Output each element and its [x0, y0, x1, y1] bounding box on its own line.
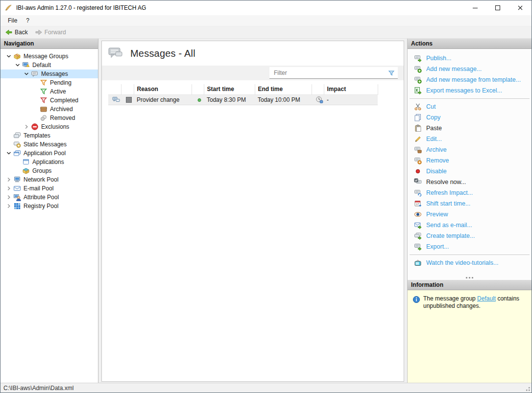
tree-item-e-mail-pool[interactable]: E-mail Pool [0, 184, 98, 193]
tree-item-application-pool[interactable]: Application Pool [0, 149, 98, 158]
action-edit[interactable]: Edit... [408, 134, 532, 144]
back-arrow-icon [5, 28, 13, 36]
chevron-collapsed-icon[interactable] [4, 185, 13, 192]
col-message-icon[interactable] [108, 84, 121, 94]
col-color[interactable] [121, 84, 134, 94]
tree-item-label: Static Messages [24, 141, 67, 148]
action-add-new-message-from-template[interactable]: Add new message from template... [408, 74, 532, 85]
back-button[interactable]: Back [1, 26, 31, 38]
tree-item-message-groups[interactable]: Message Groups [0, 52, 98, 61]
action-refresh-impact[interactable]: Refresh Impact... [408, 187, 532, 198]
chevron-spacer [13, 158, 22, 166]
maximize-button[interactable] [486, 0, 509, 15]
chevron-expanded-icon[interactable] [4, 52, 13, 60]
action-label: Publish... [426, 55, 451, 62]
action-watch-the-video-tutorials[interactable]: Watch the video-tutorials... [408, 257, 532, 268]
action-label: Edit... [426, 136, 442, 142]
col-reason[interactable]: Reason [134, 84, 192, 94]
chevron-expanded-icon[interactable] [13, 61, 22, 69]
action-preview[interactable]: Preview [408, 209, 532, 220]
tree-item-label: Templates [24, 132, 50, 139]
navigation-panel: Navigation Message GroupsDefaultMessages… [0, 39, 98, 383]
tree-item-completed[interactable]: Completed [0, 96, 98, 105]
action-create-template[interactable]: Create template... [408, 231, 532, 241]
registry-pool-icon [13, 202, 21, 210]
main-panel: Messages - All Reason [101, 41, 404, 382]
chevron-spacer [4, 140, 13, 148]
action-send-as-e-mail[interactable]: Send as e-mail... [408, 220, 532, 231]
tree-item-active[interactable]: Active [0, 87, 98, 96]
copy-icon [413, 114, 422, 122]
action-label: Archive [426, 146, 447, 153]
cell-reason: Provider change [134, 94, 192, 105]
col-impact[interactable]: Impact [324, 84, 378, 94]
tree-item-registry-pool[interactable]: Registry Pool [0, 202, 98, 210]
excel-icon [413, 87, 422, 95]
chevron-spacer [31, 114, 40, 122]
chevron-spacer [4, 132, 13, 139]
action-archive[interactable]: Archive [408, 144, 532, 155]
filter-input[interactable] [269, 69, 387, 76]
messages-table: Reason Start time End time Impact Provid… [108, 84, 378, 105]
tree-item-exclusions[interactable]: Exclusions [0, 122, 98, 131]
tree-item-archived[interactable]: Archived [0, 105, 98, 114]
col-status[interactable] [192, 84, 204, 94]
col-start-time[interactable]: Start time [204, 84, 255, 94]
forward-button[interactable]: Forward [31, 26, 70, 38]
disable-icon [413, 167, 422, 176]
menu-help[interactable]: ? [22, 15, 34, 26]
action-shift-start-time[interactable]: 17Shift start time... [408, 198, 532, 209]
minimize-button[interactable] [464, 0, 486, 15]
chevron-collapsed-icon[interactable] [4, 193, 13, 201]
tree-item-applications[interactable]: Applications [0, 158, 98, 166]
action-label: Preview [426, 211, 448, 218]
action-export-messages-to-excel[interactable]: Export messages to Excel... [408, 85, 532, 96]
close-button[interactable] [509, 0, 532, 15]
tree-item-messages[interactable]: Messages [0, 69, 98, 78]
action-paste[interactable]: Paste [408, 123, 532, 134]
col-impact-icon[interactable] [312, 84, 324, 94]
tree-item-default[interactable]: Default [0, 61, 98, 69]
tree-item-label: Message Groups [24, 53, 68, 60]
action-cut[interactable]: Cut [408, 101, 532, 112]
applications-icon [22, 158, 30, 166]
tree-item-label: Active [50, 88, 66, 95]
cell-end-time: Today 10:00 PM [255, 94, 312, 105]
default-group-link[interactable]: Default [477, 295, 496, 302]
tree-item-groups[interactable]: Groups [0, 166, 98, 175]
svg-text:17: 17 [416, 203, 419, 206]
tree-item-static-messages[interactable]: Static Messages [0, 140, 98, 149]
action-resolve-now[interactable]: Resolve now... [408, 177, 532, 187]
table-row[interactable]: Provider change Today 8:30 PM Today 10:0… [108, 94, 378, 105]
tree-item-pending[interactable]: Pending [0, 78, 98, 87]
action-label: Remove [426, 157, 449, 164]
action-disable[interactable]: Disable [408, 166, 532, 177]
tree-item-removed[interactable]: Removed [0, 114, 98, 122]
create-template-icon [413, 232, 422, 240]
cut-icon [413, 103, 422, 111]
action-add-new-message[interactable]: Add new message... [408, 64, 532, 74]
tree-item-templates[interactable]: Templates [0, 131, 98, 140]
tree-item-network-pool[interactable]: Network Pool [0, 175, 98, 184]
action-copy[interactable]: Copy [408, 112, 532, 123]
action-remove[interactable]: Remove [408, 155, 532, 166]
tree-item-label: Archived [50, 106, 73, 113]
removed-icon [40, 114, 48, 122]
resize-grip-icon[interactable] [523, 384, 531, 392]
chevron-collapsed-icon[interactable] [4, 202, 13, 210]
default-monitor-icon [22, 61, 30, 69]
chevron-collapsed-icon[interactable] [22, 123, 31, 131]
funnel-red-icon [40, 96, 48, 104]
actions-separator [410, 98, 530, 99]
col-end-time[interactable]: End time [255, 84, 312, 94]
action-export[interactable]: Export... [408, 241, 532, 252]
filter-funnel-icon[interactable] [387, 69, 396, 77]
chevron-collapsed-icon[interactable] [4, 176, 13, 184]
actions-splitter-grip[interactable] [408, 275, 532, 280]
chevron-expanded-icon[interactable] [4, 149, 13, 157]
forward-label: Forward [45, 29, 66, 36]
action-publish[interactable]: Publish... [408, 53, 532, 64]
menu-file[interactable]: File [3, 15, 22, 26]
chevron-expanded-icon[interactable] [22, 70, 31, 78]
tree-item-attribute-pool[interactable]: Attribute Pool [0, 193, 98, 202]
